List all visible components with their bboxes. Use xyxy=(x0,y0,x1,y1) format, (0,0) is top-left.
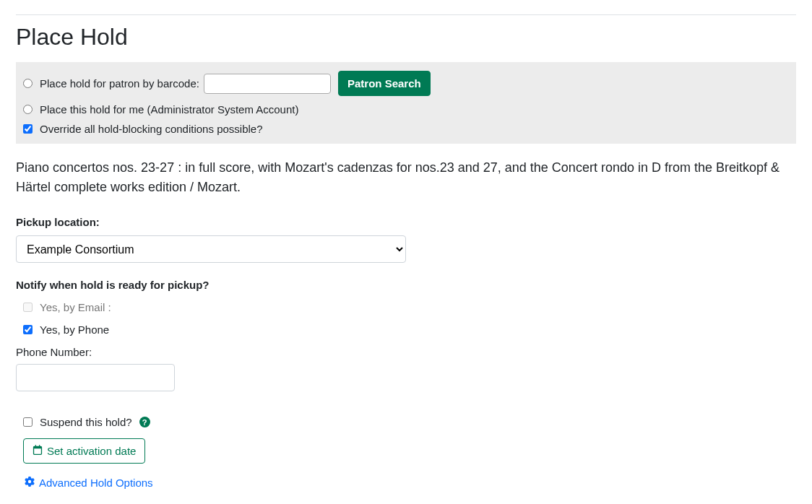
barcode-radio-label[interactable]: Place hold for patron by barcode: xyxy=(23,77,199,90)
phone-number-label: Phone Number: xyxy=(16,346,796,358)
override-checkbox[interactable] xyxy=(23,124,33,134)
notify-label: Notify when hold is ready for pickup? xyxy=(16,279,796,291)
barcode-radio[interactable] xyxy=(23,79,33,88)
for-me-radio[interactable] xyxy=(23,105,33,114)
pickup-location-select[interactable]: Example Consortium xyxy=(16,235,406,263)
activation-button-text: Set activation date xyxy=(47,443,136,459)
help-icon[interactable]: ? xyxy=(139,417,150,427)
set-activation-date-button[interactable]: Set activation date xyxy=(23,438,145,464)
override-checkbox-label[interactable]: Override all hold-blocking conditions po… xyxy=(23,123,263,135)
suspend-label: Suspend this hold? xyxy=(40,416,132,428)
phone-number-input[interactable] xyxy=(16,364,175,391)
for-me-radio-text: Place this hold for me (Administrator Sy… xyxy=(40,103,298,116)
gear-icon xyxy=(25,477,35,489)
item-title: Piano concertos nos. 23-27 : in full sco… xyxy=(16,158,796,197)
advanced-hold-options-link[interactable]: Advanced Hold Options xyxy=(25,477,153,489)
hold-target-panel: Place hold for patron by barcode: Patron… xyxy=(16,62,796,144)
advanced-link-text: Advanced Hold Options xyxy=(39,477,153,489)
notify-email-checkbox xyxy=(23,303,33,312)
page-title: Place Hold xyxy=(16,24,796,51)
notify-phone-checkbox[interactable] xyxy=(23,325,33,334)
pickup-location-label: Pickup location: xyxy=(16,216,796,228)
calendar-icon xyxy=(33,443,43,459)
notify-phone-text: Yes, by Phone xyxy=(40,323,109,336)
for-me-radio-label[interactable]: Place this hold for me (Administrator Sy… xyxy=(23,103,298,116)
barcode-radio-text: Place hold for patron by barcode: xyxy=(40,77,199,90)
notify-email-text: Yes, by Email : xyxy=(40,301,111,313)
override-checkbox-text: Override all hold-blocking conditions po… xyxy=(40,123,263,135)
barcode-input[interactable] xyxy=(204,74,331,94)
patron-search-button[interactable]: Patron Search xyxy=(338,71,431,96)
suspend-checkbox[interactable] xyxy=(23,417,33,427)
